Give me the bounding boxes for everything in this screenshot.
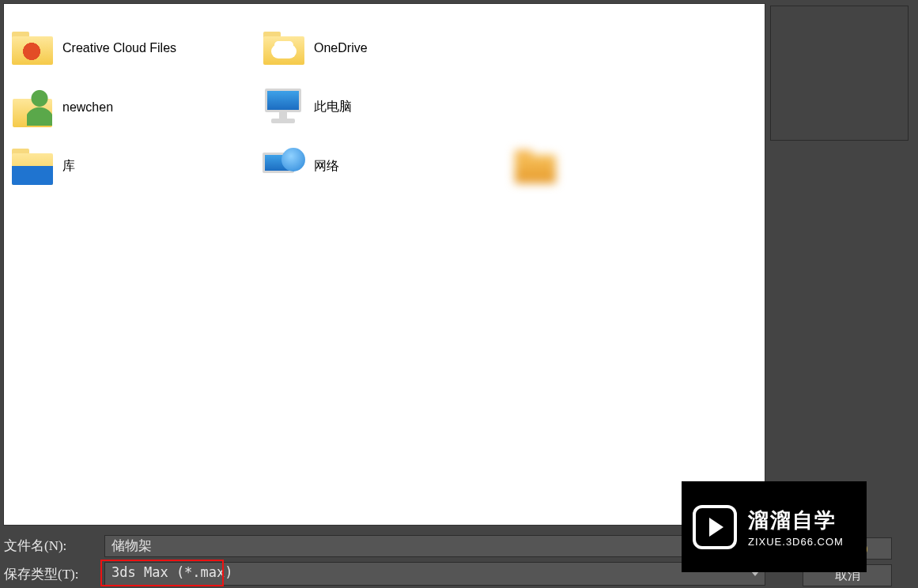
creative-cloud-folder-icon: [9, 26, 56, 70]
file-item-label: 此电脑: [314, 99, 352, 115]
file-list-pane[interactable]: Creative Cloud Files OneDrive newchen 此电…: [3, 3, 765, 526]
watermark: 溜溜自学 ZIXUE.3D66.COM: [682, 481, 867, 572]
file-item-label: OneDrive: [314, 41, 368, 55]
file-item-user-folder[interactable]: newchen: [9, 77, 260, 137]
file-item-onedrive[interactable]: OneDrive: [260, 18, 512, 77]
onedrive-folder-icon: [260, 26, 308, 70]
file-item-blurred[interactable]: [512, 137, 630, 196]
file-item-label: 库: [62, 158, 75, 175]
filename-label: 文件名(N):: [0, 537, 96, 555]
preview-pane: [770, 6, 909, 141]
user-folder-icon: [9, 85, 56, 129]
file-item-label: newchen: [62, 100, 113, 115]
play-logo-icon: [693, 505, 737, 549]
watermark-brand: 溜溜自学: [748, 507, 844, 534]
network-icon: [260, 145, 308, 188]
file-item-libraries[interactable]: 库: [9, 137, 260, 196]
file-item-network[interactable]: 网络: [260, 137, 512, 196]
libraries-icon: [9, 145, 56, 188]
file-item-this-pc[interactable]: 此电脑: [260, 77, 512, 137]
filetype-select[interactable]: 3ds Max (*.max): [104, 562, 765, 586]
watermark-url: ZIXUE.3D66.COM: [748, 536, 844, 548]
folder-icon: [512, 145, 559, 188]
filename-input[interactable]: [104, 535, 765, 557]
this-pc-icon: [260, 85, 308, 129]
file-item-label: 网络: [314, 158, 339, 175]
file-item-label: Creative Cloud Files: [62, 41, 176, 55]
file-item-creative-cloud[interactable]: Creative Cloud Files: [9, 18, 260, 77]
filetype-label: 保存类型(T):: [0, 565, 96, 583]
